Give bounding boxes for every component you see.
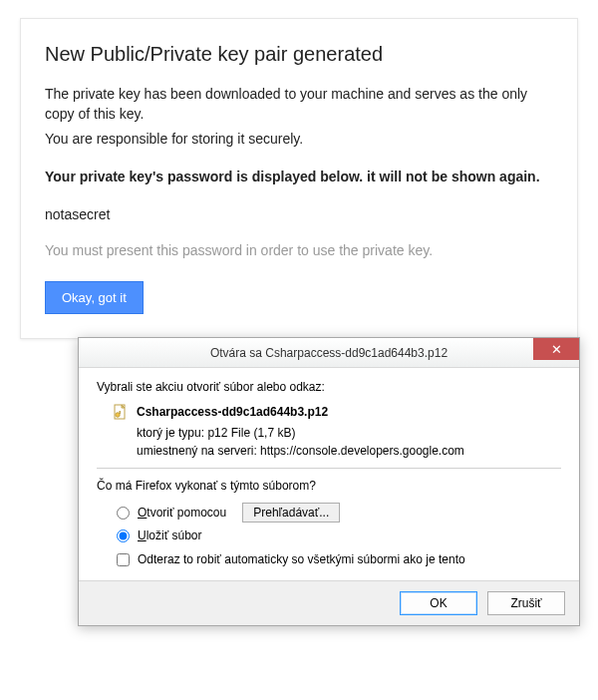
file-type-label: ktorý je typu: [137,426,204,440]
download-dialog: Otvára sa Csharpaccess-dd9c1ad644b3.p12 … [78,337,580,626]
auto-row: Odteraz to robiť automaticky so všetkými… [117,552,561,566]
cancel-button[interactable]: Zrušiť [487,591,565,615]
separator [97,468,561,469]
file-icon [113,404,129,420]
save-file-label[interactable]: Uložiť súbor [138,528,202,542]
dialog-title: Otvára sa Csharpaccess-dd9c1ad644b3.p12 [210,346,448,360]
save-file-row: Uložiť súbor [117,528,561,542]
okay-got-it-button[interactable]: Okay, got it [45,281,144,314]
password-value: notasecret [45,204,553,224]
browse-button[interactable]: Prehľadávať... [242,503,340,523]
save-file-radio[interactable] [117,529,130,542]
card-warning: Your private key's password is displayed… [45,167,553,186]
file-location-label: umiestnený na serveri: [137,444,257,458]
open-with-label[interactable]: Otvoriť pomocou [138,506,226,520]
key-generated-card: New Public/Private key pair generated Th… [20,18,578,339]
card-muted-note: You must present this password in order … [45,240,553,260]
dialog-body: Vybrali ste akciu otvoriť súbor alebo od… [79,368,579,580]
file-type-row: ktorý je typu: p12 File (1,7 kB) [137,426,561,440]
card-line2: You are responsible for storing it secur… [45,129,553,149]
dialog-footer: OK Zrušiť [79,580,579,625]
auto-label[interactable]: Odteraz to robiť automaticky so všetkými… [138,552,465,566]
card-line1: The private key has been downloaded to y… [45,84,553,125]
auto-checkbox[interactable] [117,553,130,566]
file-location-row: umiestnený na serveri: https://console.d… [137,444,561,458]
close-icon: ✕ [551,342,562,357]
card-paragraph: The private key has been downloaded to y… [45,84,553,149]
open-with-radio[interactable] [117,507,130,520]
file-location-value: https://console.developers.google.com [260,444,464,458]
close-button[interactable]: ✕ [533,338,579,360]
dialog-intro: Vybrali ste akciu otvoriť súbor alebo od… [97,380,561,394]
dialog-titlebar: Otvára sa Csharpaccess-dd9c1ad644b3.p12 … [79,338,579,368]
ok-button[interactable]: OK [400,591,477,615]
file-row: Csharpaccess-dd9c1ad644b3.p12 [113,404,561,420]
card-title: New Public/Private key pair generated [45,43,553,66]
open-with-row: Otvoriť pomocou Prehľadávať... [117,503,561,523]
file-type-value: p12 File (1,7 kB) [207,426,295,440]
svg-rect-3 [120,411,122,414]
file-name: Csharpaccess-dd9c1ad644b3.p12 [137,405,328,419]
dialog-question: Čo má Firefox vykonať s týmto súborom? [97,479,561,493]
